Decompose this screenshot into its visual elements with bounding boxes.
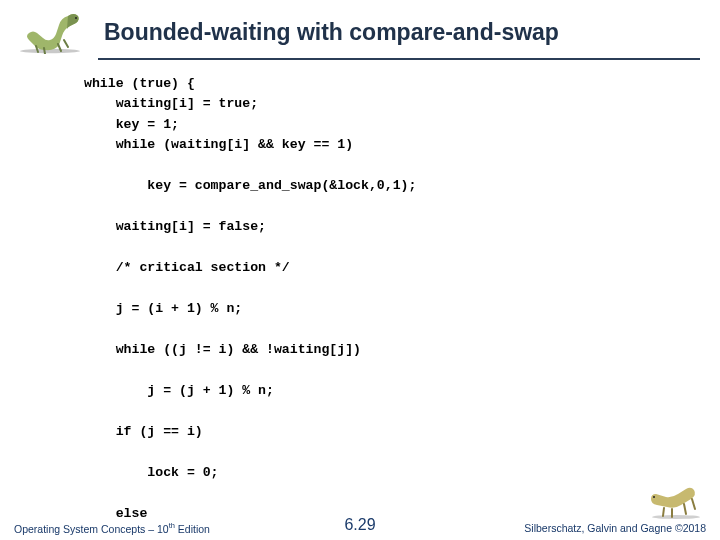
footer-copyright: Silberschatz, Galvin and Gagne ©2018 [524,522,706,534]
footer-right: Silberschatz, Galvin and Gagne ©2018 [524,484,706,534]
footer-book-prefix: Operating System Concepts – 10 [14,522,169,534]
svg-point-2 [652,515,700,519]
dinosaur-icon [14,10,90,54]
slide-title: Bounded-waiting with compare-and-swap [104,19,559,46]
footer-book-suffix: Edition [175,522,210,534]
footer-left: Operating System Concepts – 10th Edition [14,521,210,535]
svg-point-3 [653,496,655,498]
svg-point-1 [75,17,77,19]
dinosaur-icon-small [646,484,706,520]
footer-page-number: 6.29 [344,516,375,534]
code-block: while (true) { waiting[i] = true; key = … [0,60,720,540]
slide-header: Bounded-waiting with compare-and-swap [0,0,720,54]
